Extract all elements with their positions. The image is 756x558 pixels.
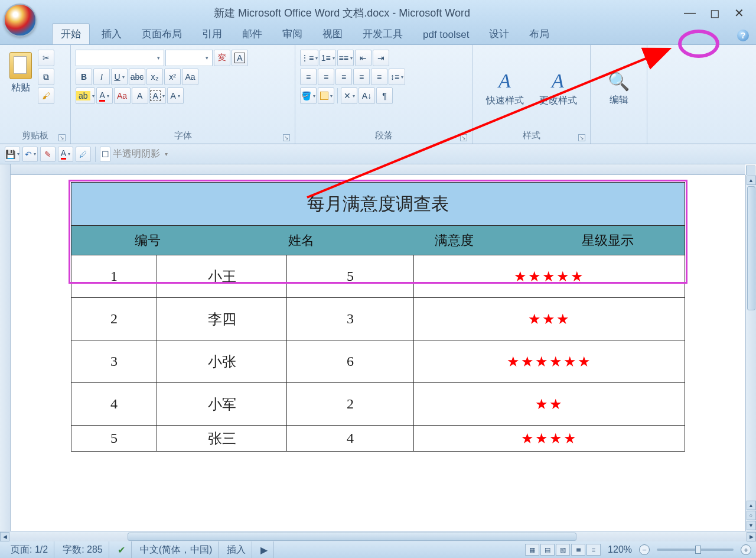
vertical-ruler[interactable] [0, 164, 11, 531]
grow-font-button[interactable]: Aa [114, 87, 131, 104]
vscroll-thumb[interactable] [747, 186, 755, 310]
subscript-button[interactable]: x₂ [146, 69, 163, 85]
document-page[interactable]: 每月满意度调查表 编号 姓名 满意度 星级显示 1小王5★★★★★2李四3★★★… [35, 176, 721, 452]
scroll-right-button[interactable]: ▶ [747, 532, 756, 541]
shrink-font-button[interactable]: A [132, 87, 148, 104]
underline-button[interactable]: U [111, 69, 128, 85]
strikethrough-button[interactable]: abc [129, 69, 145, 85]
editing-button[interactable]: 🔍 编辑 [603, 69, 634, 109]
tab-developer[interactable]: 开发工具 [354, 24, 411, 44]
hscroll-track[interactable] [9, 532, 747, 541]
office-button[interactable] [4, 4, 37, 37]
tab-pdf-toolset[interactable]: pdf toolset [415, 25, 477, 44]
text-direction-button[interactable]: ✕ [341, 87, 357, 104]
scroll-left-button[interactable]: ◀ [0, 532, 9, 541]
save-button[interactable]: 💾 [5, 147, 20, 162]
font-color-button[interactable]: A [96, 87, 113, 104]
browse-object-button[interactable]: ○ [747, 511, 756, 520]
font-size-combo[interactable] [165, 50, 213, 66]
table-row[interactable]: 2李四3★★★ [71, 298, 685, 340]
clear-formatting-button[interactable]: 変 [214, 50, 230, 66]
italic-button[interactable]: I [93, 69, 110, 85]
tab-home[interactable]: 开始 [52, 23, 90, 44]
zoom-slider[interactable] [657, 549, 734, 551]
enclose-char-button[interactable]: A [232, 50, 248, 66]
font-dialog-launcher[interactable]: ↘ [283, 134, 290, 141]
tab-design[interactable]: 设计 [481, 24, 517, 44]
highlight-button[interactable]: ab [76, 87, 95, 104]
clipboard-dialog-launcher[interactable]: ↘ [58, 134, 66, 141]
scroll-up-button[interactable]: ▲ [747, 176, 756, 185]
paragraph-dialog-launcher[interactable]: ↘ [460, 134, 467, 141]
tab-page-layout[interactable]: 页面布局 [133, 24, 190, 44]
checkbox-qat[interactable]: ☐ [100, 147, 110, 162]
table-row[interactable]: 5张三4★★★★ [71, 426, 685, 452]
insert-mode[interactable]: 插入 [221, 541, 252, 558]
change-styles-button[interactable]: A 更改样式 [535, 67, 582, 109]
bullets-button[interactable]: ⋮≡ [300, 50, 318, 66]
language-indicator[interactable]: 中文(简体，中国) [134, 541, 219, 558]
close-button[interactable]: ✕ [734, 6, 744, 20]
superscript-button[interactable]: x² [164, 69, 181, 85]
full-screen-view[interactable]: ▤ [540, 544, 555, 556]
brush-qat-button[interactable]: 🖊 [76, 147, 91, 162]
align-left-button[interactable]: ≡ [300, 69, 317, 85]
table-row[interactable]: 3小张6★★★★★★ [71, 340, 685, 383]
font-name-combo[interactable] [76, 50, 164, 66]
prev-page-button[interactable]: ▲ [747, 501, 756, 510]
draft-view[interactable]: ≡ [586, 544, 601, 556]
justify-button[interactable]: ≡ [353, 69, 370, 85]
spellcheck-indicator[interactable]: ✔ [112, 541, 132, 558]
paste-button[interactable]: 粘贴 [5, 50, 37, 96]
macro-indicator[interactable]: ▶ [255, 541, 274, 558]
horizontal-scrollbar[interactable]: ◀ ▶ [0, 531, 756, 541]
undo-button[interactable]: ↶ [22, 147, 38, 162]
tab-view[interactable]: 视图 [314, 24, 351, 44]
sort-button[interactable]: A↓ [359, 87, 375, 104]
tab-layout[interactable]: 布局 [521, 24, 558, 44]
decrease-indent-button[interactable]: ⇤ [355, 50, 372, 66]
tab-insert[interactable]: 插入 [93, 24, 130, 44]
tab-mailings[interactable]: 邮件 [234, 24, 271, 44]
web-layout-view[interactable]: ▧ [556, 544, 570, 556]
vertical-scrollbar[interactable]: ▲ ▲ ○ ▼ [745, 175, 756, 531]
outline-view[interactable]: ≣ [571, 544, 585, 556]
multilevel-button[interactable]: ≡≡ [337, 50, 354, 66]
zoom-in-button[interactable]: + [741, 544, 751, 555]
font-color-qat-button[interactable]: A [58, 147, 73, 162]
tab-references[interactable]: 引用 [194, 24, 230, 44]
change-case-button[interactable]: Aa [182, 69, 198, 85]
minimize-button[interactable]: — [684, 6, 696, 20]
maximize-button[interactable]: ◻ [710, 6, 720, 20]
hscroll-thumb[interactable] [128, 533, 576, 541]
zoom-out-button[interactable]: − [639, 544, 650, 555]
show-marks-button[interactable]: ¶ [376, 87, 393, 104]
page-indicator[interactable]: 页面: 1/2 [5, 541, 54, 558]
redo-button[interactable]: ✎ [40, 147, 56, 162]
borders-button[interactable] [318, 87, 334, 104]
numbering-button[interactable]: 1≡ [320, 50, 336, 66]
shading-button[interactable]: 🪣 [300, 87, 317, 104]
zoom-knob[interactable] [695, 546, 701, 554]
next-page-button[interactable]: ▼ [747, 521, 756, 530]
distributed-button[interactable]: ≡ [371, 69, 387, 85]
quick-styles-button[interactable]: A 快速样式 [481, 67, 529, 109]
line-spacing-button[interactable]: ↕≡ [389, 69, 405, 85]
tab-review[interactable]: 审阅 [274, 24, 311, 44]
help-icon[interactable]: ? [737, 30, 749, 41]
table-row[interactable]: 4小军2★★ [71, 383, 685, 426]
align-right-button[interactable]: ≡ [335, 69, 352, 85]
copy-button[interactable]: ⧉ [38, 69, 54, 85]
styles-dialog-launcher[interactable]: ↘ [578, 134, 585, 141]
horizontal-ruler[interactable] [11, 164, 745, 175]
bold-button[interactable]: B [76, 69, 92, 85]
word-count[interactable]: 字数: 285 [57, 541, 109, 558]
format-painter-button[interactable]: 🖌 [38, 87, 54, 104]
zoom-level[interactable]: 120% [603, 544, 637, 555]
char-border-button[interactable]: A [149, 87, 166, 104]
phonetic-guide-button[interactable]: A [167, 87, 184, 104]
cut-button[interactable]: ✂ [38, 50, 54, 66]
align-center-button[interactable]: ≡ [318, 69, 334, 85]
print-layout-view[interactable]: ▦ [525, 544, 539, 556]
increase-indent-button[interactable]: ⇥ [373, 50, 389, 66]
